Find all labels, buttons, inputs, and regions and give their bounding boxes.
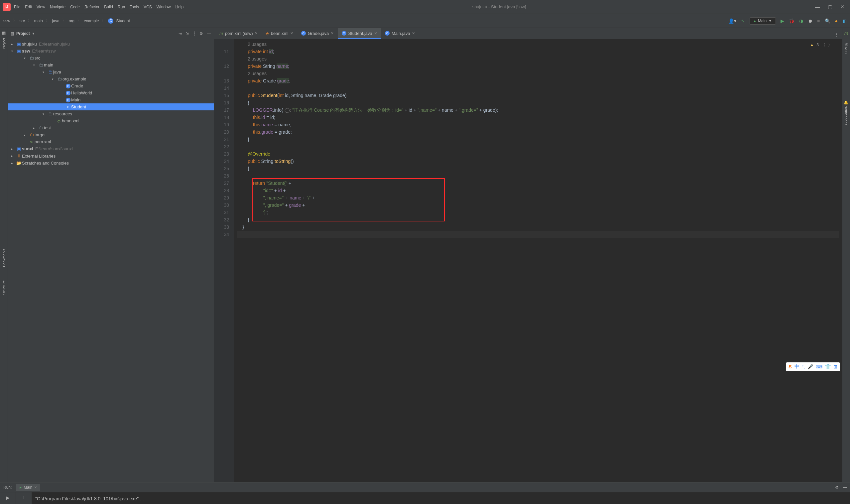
ime-logo-icon: S [789, 364, 792, 370]
tree-item[interactable]: ▸▣sunxlE:\learn\sunxl\sunxl [8, 145, 214, 152]
menu-tools[interactable]: Tools [130, 5, 139, 9]
tree-item[interactable]: ▸🗀test [8, 124, 214, 131]
run-toolbar-primary: ▶ 🔧 ■ ⊞ ⎋ 🗑 [0, 492, 16, 504]
run-tab[interactable]: ▸Main× [16, 484, 40, 491]
run-config-selector[interactable]: ▸ Main ▼ [749, 17, 776, 24]
run-label: Run: [3, 485, 12, 490]
tree-item[interactable]: CHelloWorld [8, 89, 214, 96]
project-tool-icon[interactable]: ▦ [2, 31, 6, 35]
structure-tool-label[interactable]: Structure [2, 280, 6, 295]
run-hide-icon[interactable]: — [843, 485, 847, 490]
main-menu: File Edit View Navigate Code Refactor Bu… [14, 5, 183, 9]
menu-edit[interactable]: Edit [25, 5, 32, 9]
project-tool-label[interactable]: Project [2, 38, 6, 49]
ime-menu-icon[interactable]: ⊞ [833, 364, 837, 370]
close-icon[interactable]: ✕ [840, 4, 845, 10]
editor-tab-active[interactable]: CStudent.java× [338, 28, 381, 39]
tree-item[interactable]: ⬘bean.xml [8, 118, 214, 124]
coverage-icon[interactable]: ◑ [799, 18, 803, 24]
select-opened-icon[interactable]: ⇥ [179, 31, 182, 36]
tree-item[interactable]: ▸📂Scratches and Consoles [8, 160, 214, 166]
tree-item[interactable]: ▸🗀target [8, 131, 214, 138]
tab-options-icon[interactable]: ⋮ [831, 30, 842, 39]
window-title: shujuku - Student.java [ssw] [183, 4, 815, 9]
tree-item[interactable]: ▸▣shujukuE:\learn\shujuku [8, 40, 214, 48]
nav-bar: ssw〉 src〉 main〉 java〉 org〉 example〉 C St… [0, 14, 850, 28]
panel-title: Project [16, 31, 30, 36]
search-icon[interactable]: 🔍 [825, 18, 830, 24]
editor-tab[interactable]: CGrade.java× [297, 28, 338, 39]
maven-icon[interactable]: m [844, 31, 848, 36]
code-editor[interactable]: ▲3〈〉 11 12 13141516171819202122232425262… [214, 39, 842, 482]
run-gear-icon[interactable]: ⚙ [835, 485, 839, 490]
notifications-tool-label[interactable]: 🔔 Notifications [844, 100, 848, 125]
stop-icon[interactable]: ■ [817, 18, 820, 24]
tree-item[interactable]: ▾🗀src [8, 55, 214, 61]
hide-icon[interactable]: — [207, 31, 211, 36]
back-icon[interactable]: ↖ [741, 18, 745, 24]
menu-refactor[interactable]: Refactor [85, 5, 100, 9]
ime-punct-icon[interactable]: °, [802, 364, 805, 370]
editor-tab[interactable]: ⬘bean.xml× [261, 28, 297, 39]
project-tree[interactable]: ▸▣shujukuE:\learn\shujuku ▾▣sswE:\learn\… [8, 39, 214, 482]
crumb[interactable]: org [69, 19, 74, 23]
project-panel: ▦ Project ▼ ⇥ ⇲ ┆ ⚙ — ▸▣shujukuE:\learn\… [8, 28, 214, 482]
menu-window[interactable]: Window [157, 5, 171, 9]
tree-item[interactable]: ▾🗀org.example [8, 75, 214, 83]
tree-item[interactable]: ▾▣sswE:\learn\ssw [8, 48, 214, 55]
ide-update-icon[interactable]: ◧ [842, 18, 847, 24]
menu-run[interactable]: Run [118, 5, 125, 9]
ime-toolbar[interactable]: S 中 °, 🎤 ⌨ 👕 ⊞ [786, 362, 840, 371]
avatar[interactable]: ● [835, 18, 838, 24]
menu-help[interactable]: Help [175, 5, 183, 9]
tree-item[interactable]: ▾🗀resources [8, 110, 214, 118]
crumb[interactable]: src [20, 19, 25, 23]
editor-tab[interactable]: CMain.java× [381, 28, 419, 39]
tree-item[interactable]: ▸⫴External Libraries [8, 152, 214, 160]
app-logo: IJ [3, 3, 11, 11]
minimize-icon[interactable]: — [815, 4, 820, 10]
left-tool-rail: ▦ Project Bookmarks Structure [0, 28, 8, 482]
tree-item-selected[interactable]: CStudent [8, 103, 214, 110]
tree-item[interactable]: ▾🗀main [8, 61, 214, 69]
ime-lang-icon[interactable]: 中 [795, 364, 799, 370]
tree-item[interactable]: CGrade [8, 83, 214, 89]
menu-build[interactable]: Build [104, 5, 113, 9]
menu-vcs[interactable]: VCS [144, 5, 152, 9]
gear-icon[interactable]: ⚙ [199, 31, 203, 36]
ime-keyboard-icon[interactable]: ⌨ [816, 364, 822, 370]
maven-tool-label[interactable]: Maven [844, 42, 848, 54]
crumb[interactable]: ssw [3, 19, 10, 23]
crumb[interactable]: main [34, 19, 43, 23]
class-icon: C [108, 18, 113, 24]
up-icon[interactable]: ↑ [23, 495, 25, 500]
editor-tabs: mpom.xml (ssw)× ⬘bean.xml× CGrade.java× … [214, 28, 842, 39]
run-icon[interactable]: ▶ [780, 18, 784, 24]
menu-view[interactable]: View [37, 5, 45, 9]
crumb[interactable]: java [52, 19, 59, 23]
code-content[interactable]: 2 usages private int id; 2 usages privat… [234, 39, 842, 482]
collapse-all-icon[interactable]: ┆ [193, 31, 196, 36]
rerun-icon[interactable]: ▶ [6, 495, 10, 500]
tree-item[interactable]: CMain [8, 96, 214, 103]
expand-all-icon[interactable]: ⇲ [186, 31, 189, 36]
debug-icon[interactable]: 🐞 [789, 18, 795, 24]
profile-icon[interactable]: ⏺ [808, 18, 812, 24]
menu-navigate[interactable]: Navigate [50, 5, 66, 9]
maximize-icon[interactable]: ▢ [828, 4, 832, 10]
bookmarks-tool-label[interactable]: Bookmarks [2, 249, 6, 267]
menu-code[interactable]: Code [70, 5, 80, 9]
breadcrumb: ssw〉 src〉 main〉 java〉 org〉 example〉 C St… [3, 18, 130, 24]
crumb[interactable]: example [84, 19, 99, 23]
tree-item[interactable]: ▾🗀java [8, 69, 214, 75]
user-add-icon[interactable]: 👤▾ [728, 18, 736, 24]
run-config-label: Main [758, 19, 766, 23]
console-output[interactable]: "C:\Program Files\Java\jdk1.8.0_101\bin\… [32, 492, 850, 504]
editor-tab[interactable]: mpom.xml (ssw)× [215, 28, 261, 39]
console-line: "C:\Program Files\Java\jdk1.8.0_101\bin\… [35, 496, 144, 501]
ime-mic-icon[interactable]: 🎤 [808, 364, 813, 370]
crumb-current[interactable]: Student [116, 19, 130, 23]
ime-skin-icon[interactable]: 👕 [825, 364, 831, 370]
menu-file[interactable]: File [14, 5, 20, 9]
tree-item[interactable]: mpom.xml [8, 138, 214, 145]
